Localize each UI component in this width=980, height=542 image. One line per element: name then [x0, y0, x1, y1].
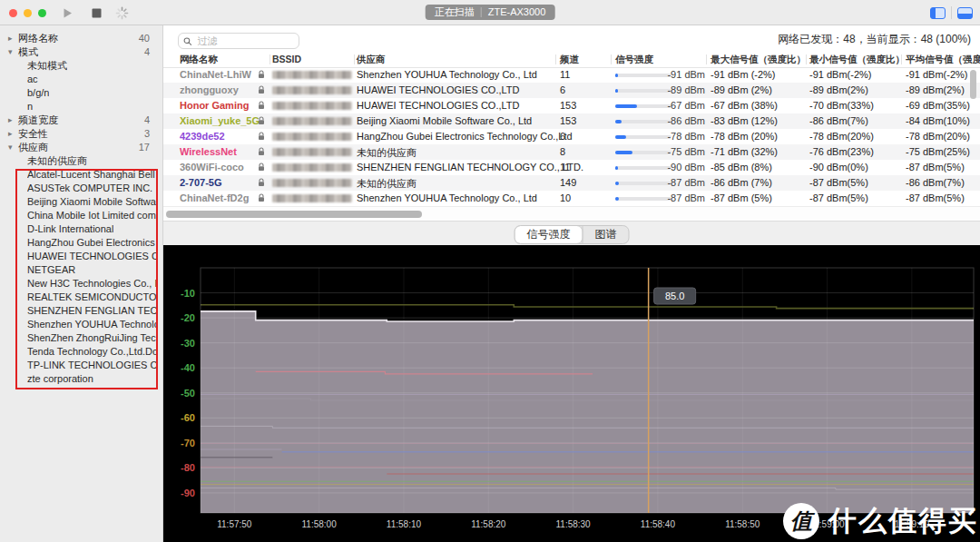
sidebar-item[interactable]: HUAWEI TECHNOLOGIES CO.,LTD	[0, 250, 162, 263]
max-signal-cell: -85 dBm (8%)	[710, 162, 772, 172]
fullscreen-button[interactable]	[38, 9, 46, 17]
chevron-right-icon[interactable]: ▸	[8, 113, 17, 127]
network-name: Honor Gaming	[180, 100, 249, 111]
sidebar-item[interactable]: TP-LINK TECHNOLOGIES CO.,LTD.	[0, 359, 162, 372]
y-tick-label: -20	[181, 312, 195, 323]
column-header-0[interactable]: 网络名称	[180, 54, 218, 66]
vertical-scrollbar-thumb[interactable]	[970, 70, 976, 99]
network-table: 网络名称BSSID供应商频道信号强度最大信号值（强度比）最小信号值（强度比）平均…	[163, 52, 980, 221]
panel-toggle-group	[930, 6, 973, 19]
start-scan-button[interactable]	[58, 5, 76, 21]
table-row[interactable]: Honor GamingHUAWEI TECHNOLOGIES CO.,LTD1…	[163, 98, 980, 113]
chevron-down-icon[interactable]: ▾	[8, 141, 17, 154]
network-name: ChinaNet-LhiW	[180, 69, 251, 80]
signal-dbm-cell: -87 dBm	[658, 192, 705, 203]
column-separator	[611, 54, 612, 64]
sidebar-item[interactable]: New H3C Technologies Co., Ltd	[0, 277, 162, 291]
table-row[interactable]: zhongguoxyHUAWEI TECHNOLOGIES CO.,LTD6-8…	[163, 83, 980, 98]
toggle-bottom-panel-icon[interactable]	[957, 7, 973, 19]
sidebar-item[interactable]: China Mobile Iot Limited company	[0, 209, 162, 222]
min-signal-cell: -70 dBm(33%)	[809, 100, 874, 111]
sidebar-item-label: Tenda Technology Co.,Ltd.Dong...	[27, 345, 156, 359]
sidebar-item[interactable]: 未知的供应商	[0, 154, 162, 168]
vendor-cell: HangZhou Gubei Electronics Technology Co…	[357, 131, 573, 142]
avg-signal-cell: -91 dBm(-2%)	[906, 69, 967, 80]
filter-list: ▸网络名称40▾模式4未知模式acb/g/nn▸频道宽度4▸安全性3▾供应商17…	[0, 32, 162, 386]
sidebar-item[interactable]: b/g/n	[0, 86, 162, 100]
signal-bar-fill	[615, 182, 619, 185]
table-row[interactable]: 4239de52HangZhou Gubei Electronics Techn…	[163, 129, 980, 144]
column-header-4[interactable]: 信号强度	[615, 54, 653, 66]
sidebar-group-1[interactable]: ▾模式4	[0, 45, 162, 59]
chevron-right-icon[interactable]: ▸	[8, 32, 17, 45]
sidebar-group-2[interactable]: ▸频道宽度4	[0, 113, 162, 127]
minimize-button[interactable]	[24, 9, 32, 17]
column-header-1[interactable]: BSSID	[272, 54, 301, 64]
bssid-redacted	[272, 86, 352, 94]
lock-icon	[258, 70, 265, 79]
vendor-cell: 未知的供应商	[357, 177, 416, 191]
column-separator	[706, 54, 707, 64]
network-name: Xiaomi_yuke_5G	[180, 115, 260, 126]
stop-icon	[92, 8, 102, 18]
signal-bar-fill	[615, 104, 637, 108]
column-header-3[interactable]: 频道	[560, 54, 579, 66]
chevron-down-icon[interactable]: ▾	[8, 45, 17, 59]
tab-signal-strength[interactable]: 信号强度	[515, 226, 583, 243]
sidebar-item[interactable]: ShenZhen ZhongRuiJing Technol...	[0, 331, 162, 345]
scan-device-name: ZTE-AX3000	[488, 5, 546, 20]
bssid-redacted	[272, 71, 352, 79]
sidebar-item[interactable]: Beijing Xiaomi Mobile Software C...	[0, 195, 162, 209]
network-name: 360WiFi-coco	[180, 162, 244, 172]
horizontal-scrollbar-track	[163, 206, 980, 221]
table-row[interactable]: 2-707-5G未知的供应商149-87 dBm-86 dBm (7%)-87 …	[163, 175, 980, 191]
table-row[interactable]: 360WiFi-cocoSHENZHEN FENGLIAN TECHNOLOGY…	[163, 160, 980, 175]
sidebar-group-3[interactable]: ▸安全性3	[0, 127, 162, 141]
sidebar-item[interactable]: 未知模式	[0, 59, 162, 73]
signal-dbm-cell: -91 dBm	[658, 69, 705, 80]
sidebar-item[interactable]: D-Link International	[0, 222, 162, 236]
signal-dbm-cell: -78 dBm	[658, 131, 705, 142]
sidebar-group-4[interactable]: ▾供应商17	[0, 141, 162, 154]
table-row[interactable]: ChinaNet-fD2gShenzhen YOUHUA Technology …	[163, 191, 980, 206]
sidebar-item-label: 未知模式	[27, 59, 67, 73]
search-icon	[183, 36, 191, 46]
column-header-2[interactable]: 供应商	[357, 54, 386, 66]
sidebar-item[interactable]: Shenzhen YOUHUA Technology...	[0, 318, 162, 331]
sidebar-item[interactable]: HangZhou Gubei Electronics Tec...	[0, 236, 162, 250]
column-header-6[interactable]: 最小信号值（强度比）	[809, 54, 905, 66]
y-tick-label: -70	[181, 438, 195, 448]
filter-sidebar: ▸网络名称40▾模式4未知模式acb/g/nn▸频道宽度4▸安全性3▾供应商17…	[0, 25, 163, 542]
sidebar-item[interactable]: Alcatel-Lucent Shanghai Bell Co....	[0, 168, 162, 182]
column-header-7[interactable]: 平均信号值（强度比）	[906, 54, 980, 66]
sidebar-item[interactable]: n	[0, 100, 162, 113]
sidebar-item[interactable]: SHENZHEN FENGLIAN TECHNOL...	[0, 304, 162, 318]
chevron-right-icon[interactable]: ▸	[8, 127, 17, 141]
lock-icon	[258, 132, 265, 141]
sidebar-item[interactable]: Tenda Technology Co.,Ltd.Dong...	[0, 345, 162, 359]
sidebar-item[interactable]: ASUSTek COMPUTER INC.	[0, 182, 162, 195]
toggle-sidebar-icon[interactable]	[930, 7, 946, 19]
signal-bar-fill	[615, 135, 626, 139]
sidebar-group-0[interactable]: ▸网络名称40	[0, 32, 162, 45]
signal-history-chart[interactable]: -10-20-30-40-50-60-70-80-9011:57:5011:58…	[163, 245, 980, 542]
sidebar-item[interactable]: zte corporation	[0, 372, 162, 386]
table-row[interactable]: ChinaNet-LhiWShenzhen YOUHUA Technology …	[163, 67, 980, 83]
close-button[interactable]	[9, 9, 17, 17]
sidebar-item[interactable]: ac	[0, 73, 162, 86]
sidebar-item-label: D-Link International	[27, 222, 113, 236]
sidebar-item[interactable]: REALTEK SEMICONDUCTOR CO...	[0, 291, 162, 304]
column-header-5[interactable]: 最大信号值（强度比）	[710, 54, 806, 66]
tab-graph[interactable]: 图谱	[583, 226, 629, 243]
table-row[interactable]: Xiaomi_yuke_5GBeijing Xiaomi Mobile Soft…	[163, 113, 980, 129]
channel-cell: 6	[560, 131, 565, 142]
filter-search-field[interactable]	[178, 33, 299, 49]
table-row[interactable]: WirelessNet未知的供应商8-75 dBm-71 dBm (32%)-7…	[163, 144, 980, 160]
sidebar-item[interactable]: NETGEAR	[0, 263, 162, 277]
max-signal-cell: -71 dBm (32%)	[710, 146, 778, 157]
security-lock	[258, 163, 265, 173]
vendor-cell: Shenzhen YOUHUA Technology Co., Ltd	[357, 192, 537, 203]
stop-scan-button[interactable]	[87, 5, 105, 21]
horizontal-scrollbar-thumb[interactable]	[166, 211, 422, 218]
search-input[interactable]	[195, 34, 294, 47]
